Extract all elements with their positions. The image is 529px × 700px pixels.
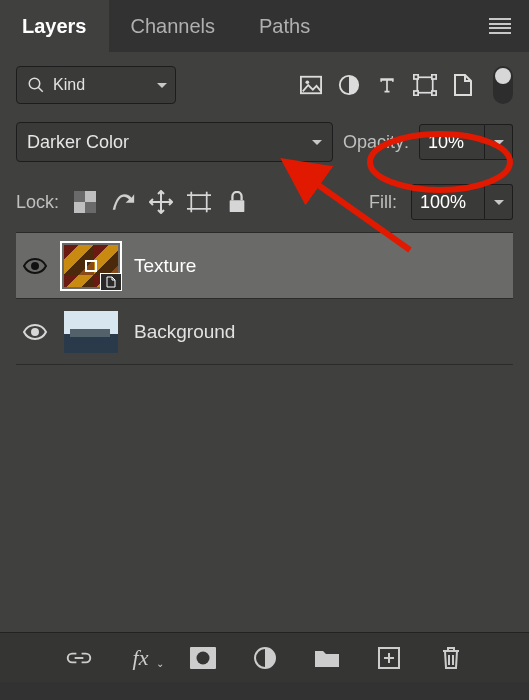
layer-row[interactable]: Background <box>16 299 513 365</box>
chevron-down-icon <box>157 83 167 93</box>
layers-panel: Kind Darker Color Opacity: 10% <box>0 52 529 682</box>
blend-opacity-row: Darker Color Opacity: 10% <box>16 122 513 162</box>
svg-rect-7 <box>432 75 436 79</box>
layer-mask-icon[interactable] <box>190 645 216 671</box>
svg-rect-24 <box>230 200 245 212</box>
svg-line-1 <box>38 87 43 92</box>
svg-rect-9 <box>432 91 436 95</box>
tab-layers[interactable]: Layers <box>0 0 109 52</box>
fill-control: 100% <box>411 184 513 220</box>
layer-name[interactable]: Background <box>134 321 235 343</box>
filter-type-icon[interactable] <box>373 71 401 99</box>
blend-mode-value: Darker Color <box>27 132 129 153</box>
layer-filter-row: Kind <box>16 66 513 104</box>
blend-mode-select[interactable]: Darker Color <box>16 122 333 162</box>
lock-pixels-icon[interactable] <box>111 190 135 214</box>
filter-shape-icon[interactable] <box>411 71 439 99</box>
fill-dropdown-button[interactable] <box>485 184 513 220</box>
svg-rect-12 <box>85 202 96 213</box>
tab-paths[interactable]: Paths <box>237 0 332 52</box>
filter-toggle[interactable] <box>493 66 513 104</box>
layer-style-icon[interactable]: fx⌄ <box>128 645 154 671</box>
layer-thumbnail[interactable] <box>60 307 122 357</box>
visibility-toggle[interactable] <box>22 324 48 340</box>
adjustment-layer-icon[interactable] <box>252 645 278 671</box>
filter-pixel-icon[interactable] <box>297 71 325 99</box>
opacity-dropdown-button[interactable] <box>485 124 513 160</box>
svg-rect-6 <box>414 75 418 79</box>
delete-layer-icon[interactable] <box>438 645 464 671</box>
svg-point-3 <box>306 80 310 84</box>
panel-tabbar: Layers Channels Paths <box>0 0 529 52</box>
chevron-down-icon <box>494 140 504 150</box>
svg-point-0 <box>29 78 40 89</box>
thumbnail-image <box>64 311 118 353</box>
panel-menu-icon[interactable] <box>489 18 511 34</box>
lock-transparent-icon[interactable] <box>73 190 97 214</box>
svg-point-25 <box>32 263 38 269</box>
link-layers-icon[interactable] <box>66 645 92 671</box>
opacity-label[interactable]: Opacity: <box>343 132 409 153</box>
chevron-down-icon <box>312 140 322 150</box>
svg-rect-8 <box>414 91 418 95</box>
lock-position-icon[interactable] <box>149 190 173 214</box>
svg-rect-15 <box>191 195 206 209</box>
chevron-down-icon <box>494 200 504 210</box>
svg-point-26 <box>32 329 38 335</box>
lock-fill-row: Lock: Fill: 100% <box>16 176 513 233</box>
visibility-toggle[interactable] <box>22 258 48 274</box>
tab-channels[interactable]: Channels <box>109 0 238 52</box>
lock-label: Lock: <box>16 192 59 213</box>
svg-point-29 <box>196 651 209 664</box>
smart-object-badge-icon <box>100 273 122 291</box>
layers-list: Texture Background <box>16 233 513 365</box>
filter-kind-label: Kind <box>53 76 85 94</box>
layer-row[interactable]: Texture <box>16 233 513 299</box>
opacity-control: 10% <box>419 124 513 160</box>
filter-smartobject-icon[interactable] <box>449 71 477 99</box>
filter-adjustment-icon[interactable] <box>335 71 363 99</box>
new-layer-icon[interactable] <box>376 645 402 671</box>
filter-kind-select[interactable]: Kind <box>16 66 176 104</box>
layer-thumbnail[interactable] <box>60 241 122 291</box>
lock-all-icon[interactable] <box>225 190 249 214</box>
fill-label[interactable]: Fill: <box>369 192 397 213</box>
group-icon[interactable] <box>314 645 340 671</box>
search-icon <box>27 76 45 94</box>
opacity-value[interactable]: 10% <box>419 124 485 160</box>
fill-value[interactable]: 100% <box>411 184 485 220</box>
svg-rect-11 <box>74 191 85 202</box>
layer-name[interactable]: Texture <box>134 255 196 277</box>
svg-rect-5 <box>417 77 432 92</box>
layers-bottom-bar: fx⌄ <box>0 632 529 682</box>
lock-artboard-icon[interactable] <box>187 190 211 214</box>
